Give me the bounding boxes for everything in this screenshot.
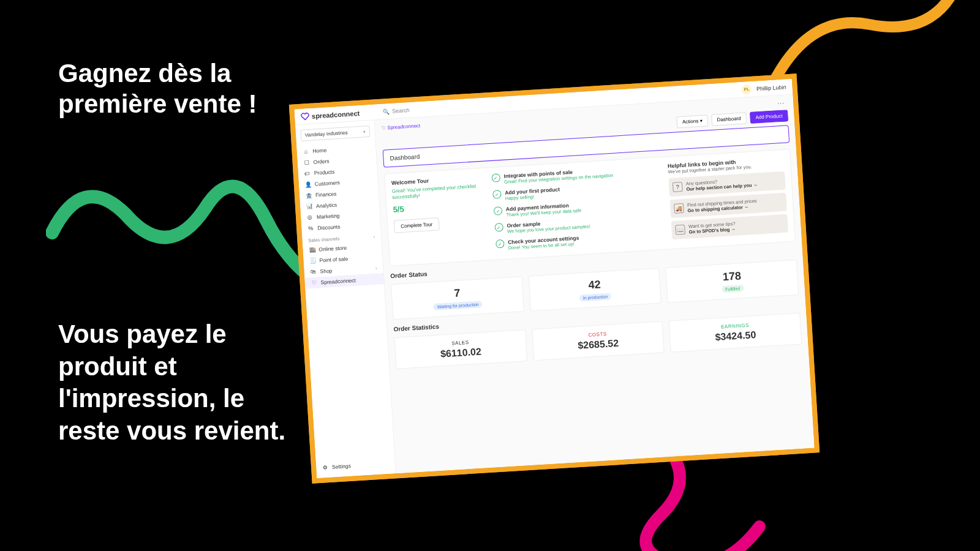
actions-dropdown[interactable]: Actions ▾ [677,114,709,128]
status-value: 42 [535,275,654,295]
chevron-right-icon: › [375,265,377,271]
stat-sales: SALES$6110.02 [394,329,527,369]
stat-earnings: EARNINGS$3424.50 [669,313,802,353]
marketing-headline-top: Gagnez dès la première vente ! [58,58,303,120]
sidebar-item-label: Products [314,169,334,176]
store-icon: 🏬 [309,247,315,253]
status-value: 178 [673,266,791,287]
status-label: Fulfilled [722,285,744,293]
book-icon: 📖 [675,225,685,235]
chevron-down-icon: ▾ [363,129,366,134]
marketing-icon: ◎ [307,214,314,221]
heart-icon: ♡ [311,280,317,287]
complete-tour-button[interactable]: Complete Tour [394,217,440,233]
breadcrumb: ♡ Spreadconnect [381,122,420,130]
status-label: In production [579,293,611,301]
help-link-blog[interactable]: 📖Want to get some tips?Go to SPOD's blog… [671,214,788,240]
avatar[interactable]: PL [742,84,752,94]
heart-icon: ♡ [381,125,386,130]
app-screenshot: spreadconnect 🔍 Search PL Phillip Lubin … [294,79,814,479]
home-icon: ⌂ [303,148,309,155]
brand-logo[interactable]: spreadconnect [301,108,360,121]
question-icon: ? [673,182,683,192]
search-placeholder: Search [392,107,410,114]
help-link-shipping[interactable]: 🚚Find out shipping times and pricesGo to… [669,193,786,219]
discounts-icon: % [307,225,314,232]
analytics-icon: 📊 [306,203,313,210]
gear-icon: ⚙ [322,464,329,471]
shop-selector[interactable]: Vandelay Industries ▾ [300,126,370,141]
status-label: Waiting for production [434,301,483,310]
check-icon: ✓ [494,223,503,232]
page-title: Dashboard [390,153,420,162]
checklist: ✓Integrate with points of saleGreat! Fin… [491,163,663,253]
orders-icon: ☐ [303,159,310,166]
welcome-fraction: 5/5 [393,200,485,214]
finances-icon: 🏦 [306,192,312,199]
brand-name: spreadconnect [312,109,360,119]
pos-icon: 🧾 [309,258,316,264]
sidebar-item-label: Finances [315,190,337,198]
status-value: 7 [398,283,517,304]
stat-costs: COSTS$2685.52 [532,321,665,361]
sidebar-item-label: Online store [318,245,347,253]
products-icon: 🏷 [304,170,311,177]
dashboard-button[interactable]: Dashboard [711,112,747,126]
customers-icon: 👤 [305,181,312,188]
more-menu[interactable]: ⋯ [775,99,788,108]
sidebar-item-label: Shop [320,268,332,274]
sidebar-item-label: Settings [332,463,351,470]
check-icon: ✓ [494,206,503,216]
sidebar-item-label: Point of sale [319,256,348,264]
shop-icon: 🛍 [310,269,317,276]
check-icon: ✓ [496,239,505,249]
chevron-right-icon[interactable]: › [373,234,375,239]
user-name[interactable]: Phillip Lubin [756,84,786,92]
sidebar-item-label: Discounts [317,223,341,231]
sidebar-item-label: Marketing [317,212,340,220]
shop-name: Vandelay Industries [305,130,348,138]
helpful-links-panel: Helpful links to begin with We've put to… [668,156,789,242]
sidebar-item-label: Customers [315,179,341,187]
sidebar-item-label: Orders [313,158,330,165]
check-icon: ✓ [491,173,500,182]
heart-icon [301,111,310,121]
app-screenshot-frame: spreadconnect 🔍 Search PL Phillip Lubin … [289,73,820,484]
add-product-button[interactable]: Add Product [750,110,788,124]
sidebar-item-label: Home [312,147,326,154]
search-icon: 🔍 [383,108,390,114]
help-link-questions[interactable]: ?Any questions?Our help section can help… [668,171,785,197]
welcome-message: Great! You've completed your checklist s… [392,183,484,201]
truck-icon: 🚚 [674,203,684,214]
main-content: ♡ Spreadconnect ⋯ Actions ▾ Dashboard Ad… [375,95,815,474]
breadcrumb-app: Spreadconnect [387,122,420,130]
sidebar-item-label: Analytics [316,201,337,209]
marketing-headline-bottom: Vous payez le produit et l'impression, l… [58,318,303,447]
sidebar-item-label: Spreadconnect [320,277,356,285]
check-icon: ✓ [492,190,502,199]
welcome-tour-card: Welcome Tour Great! You've completed you… [384,149,796,266]
